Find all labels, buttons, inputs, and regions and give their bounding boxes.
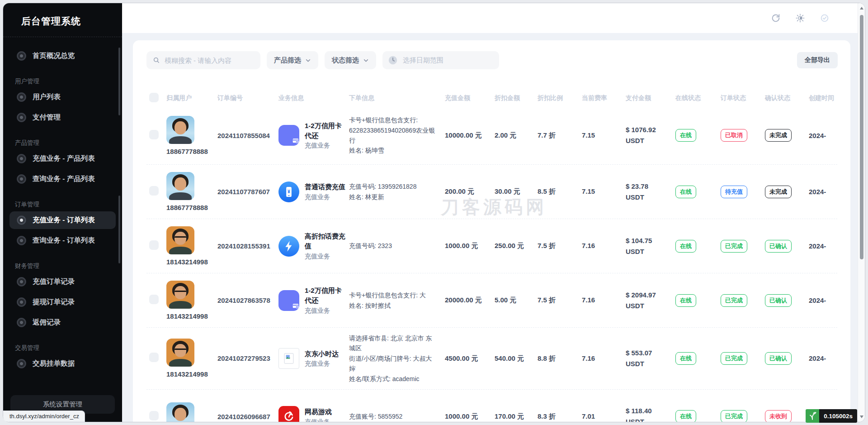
business-category: 充值业务 <box>305 418 332 422</box>
order-info: 充值号码: 2323 <box>349 241 445 251</box>
order-info: 请选择省市县: 北京 北京市 东城区街道/小区/商场门牌号: 大叔大婶姓名/联系… <box>349 333 445 384</box>
topbar <box>122 3 865 33</box>
status-filter-label: 状态筛选 <box>332 56 359 65</box>
select-all-checkbox[interactable] <box>149 93 159 102</box>
scroll-down-arrow-icon[interactable] <box>860 415 863 418</box>
order-info: 卡号+银行信息包含支行: 大姓名: 按时擦拭 <box>349 290 445 310</box>
order-info-line: 卡号+银行信息包含支行: 6228233865194020869农业银行 <box>349 115 438 145</box>
sidebar-item[interactable]: 查询业务 - 产品列表 <box>9 170 116 188</box>
discount-ratio: 8.3 折 <box>538 411 582 422</box>
scrollbar-thumb[interactable] <box>860 15 863 259</box>
business-category: 充值业务 <box>305 360 339 368</box>
product-filter-select[interactable]: 产品筛选 <box>267 51 318 69</box>
discount-amount: 30.00 元 <box>495 186 538 197</box>
current-rate: 7.15 <box>582 186 626 197</box>
sidebar-item[interactable]: 提现订单记录 <box>9 293 116 311</box>
order-number: 20241107787607 <box>217 188 278 196</box>
chevron-down-icon <box>363 57 369 63</box>
column-header: 业务信息 <box>278 94 349 102</box>
order-info-line: 充值号码: 2323 <box>349 241 438 251</box>
column-header: 折扣金额 <box>495 94 538 102</box>
sidebar-item[interactable]: 用户列表 <box>9 88 116 106</box>
disc-icon <box>17 92 26 102</box>
business-category: 充值业务 <box>305 253 345 261</box>
sidebar-item-label: 充值订单记录 <box>33 277 75 287</box>
disc-icon <box>17 51 26 61</box>
order-number: 20241026096687 <box>217 413 278 420</box>
order-number: 20241027279523 <box>217 354 278 362</box>
user-avatar <box>166 339 194 367</box>
column-header: 订单状态 <box>721 94 765 102</box>
app-window: 后台管理系统 首页概况总览用户管理用户列表支付管理产品管理充值业务 - 产品列表… <box>3 3 865 422</box>
table-header-row: 归属用户订单编号业务信息下单信息充值金额折扣金额折扣比例当前费率支付金额在线状态… <box>146 92 837 105</box>
scroll-up-arrow-icon[interactable] <box>860 7 863 10</box>
table-row: 18143214998202410278635781-2万信用卡代还充值业务卡号… <box>146 273 837 327</box>
row-checkbox[interactable] <box>149 240 159 250</box>
page-load-time-widget[interactable]: 0.105002s <box>806 409 857 423</box>
current-rate: 7.16 <box>582 353 626 364</box>
column-header: 订单编号 <box>217 94 278 102</box>
sidebar-item[interactable]: 充值业务 - 产品列表 <box>9 150 116 167</box>
sidebar-item[interactable]: 首页概况总览 <box>9 47 116 65</box>
order-number: 20241027863578 <box>217 296 278 304</box>
created-time: 2024- <box>809 132 837 139</box>
sidebar-item[interactable]: 交易挂单数据 <box>9 355 116 372</box>
order-info-line: 请选择省市县: 北京 北京市 东城区 <box>349 333 438 353</box>
discount-ratio: 7.7 折 <box>538 130 582 141</box>
sidebar-section-label: 产品管理 <box>15 139 116 147</box>
orders-card: 产品筛选 状态筛选 选择日期范围 全部导出 <box>133 40 850 422</box>
discount-ratio: 8.8 折 <box>538 353 582 364</box>
order-number: 20241028155391 <box>217 242 278 250</box>
column-header: 下单信息 <box>349 94 445 102</box>
confirm-status-badge: 已确认 <box>765 240 792 253</box>
sidebar-item[interactable]: 返佣记录 <box>9 314 116 331</box>
refresh-icon[interactable] <box>771 13 781 23</box>
disc-icon <box>17 297 26 307</box>
table-row: 1814321499820241027279523京东小时达充值业务请选择省市县… <box>146 327 837 389</box>
created-time: 2024- <box>809 296 837 304</box>
search-input[interactable] <box>165 57 254 64</box>
check-circle-icon[interactable] <box>820 13 830 23</box>
user-phone: 18143214998 <box>166 312 213 320</box>
sidebar-item[interactable]: 查询业务 - 订单列表 <box>9 232 116 249</box>
confirm-status-badge: 已确认 <box>765 352 792 365</box>
sidebar-section-label: 用户管理 <box>15 77 116 86</box>
column-header: 归属用户 <box>166 94 217 102</box>
disc-icon <box>17 215 26 225</box>
business-category: 充值业务 <box>305 142 345 150</box>
status-filter-select[interactable]: 状态筛选 <box>325 51 376 69</box>
row-checkbox[interactable] <box>149 186 159 196</box>
sidebar-item[interactable]: 充值订单记录 <box>9 273 116 291</box>
sidebar-scrollbar-thumb[interactable] <box>118 196 120 263</box>
table-row: 1886777888820241107787607¥普通话费充值充值业务充值号码… <box>146 164 837 219</box>
row-checkbox[interactable] <box>149 295 159 304</box>
filters-toolbar: 产品筛选 状态筛选 选择日期范围 全部导出 <box>146 51 850 69</box>
sidebar-item[interactable]: 充值业务 - 订单列表 <box>9 211 116 229</box>
sidebar-scrollbar-thumb[interactable] <box>118 48 120 115</box>
order-status-badge: 已取消 <box>721 129 747 142</box>
discount-amount: 170.00 元 <box>495 411 538 422</box>
row-checkbox[interactable] <box>149 130 159 139</box>
column-header: 在线状态 <box>675 94 721 102</box>
theme-toggle-icon[interactable] <box>795 13 805 23</box>
current-rate: 7.16 <box>582 241 626 251</box>
recharge-amount: 10000.00 元 <box>445 130 495 141</box>
row-checkbox[interactable] <box>149 411 159 420</box>
user-phone: 18867778888 <box>166 148 213 155</box>
current-rate: 7.15 <box>582 130 626 141</box>
disc-icon <box>17 318 26 327</box>
business-category: 充值业务 <box>305 193 345 201</box>
export-all-button[interactable]: 全部导出 <box>797 52 838 68</box>
created-time: 2024- <box>809 354 837 362</box>
sidebar-item[interactable]: 支付管理 <box>9 109 116 126</box>
business-name: 网易游戏 <box>305 407 332 417</box>
user-avatar <box>166 116 194 144</box>
page-scrollbar[interactable] <box>858 3 865 422</box>
current-rate: 7.01 <box>582 411 626 422</box>
status-url-tooltip: th.dsyl.xyz/admin/order_cz <box>3 411 85 422</box>
date-range-picker[interactable]: 选择日期范围 <box>382 51 499 69</box>
chevron-down-icon <box>305 57 311 63</box>
row-checkbox[interactable] <box>149 353 159 362</box>
search-box[interactable] <box>146 51 260 69</box>
user-phone: 18867778888 <box>166 204 213 211</box>
